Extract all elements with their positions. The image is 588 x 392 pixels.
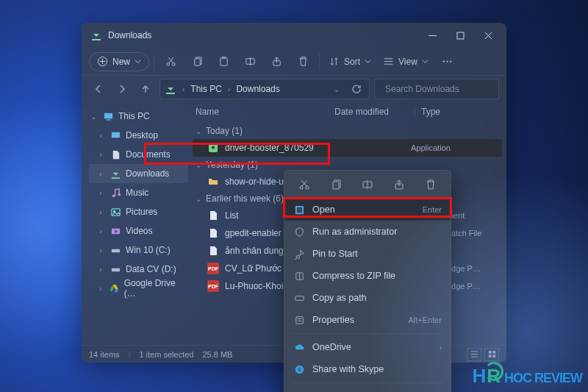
sort-button[interactable]: Sort bbox=[324, 51, 376, 73]
sidebar-item-documents[interactable]: ›Documents bbox=[89, 145, 188, 164]
chevron-right-icon: › bbox=[226, 85, 232, 93]
sidebar-item-label: Documents bbox=[126, 149, 171, 160]
menu-item-share-skype[interactable]: S Share with Skype bbox=[284, 358, 451, 380]
menu-item-label: Compress to ZIP file bbox=[312, 271, 442, 281]
new-button[interactable]: New bbox=[89, 52, 149, 71]
copy-button[interactable] bbox=[185, 51, 209, 73]
rename-button[interactable] bbox=[238, 51, 262, 73]
search-input[interactable] bbox=[385, 84, 495, 94]
chevron-right-icon[interactable]: › bbox=[96, 189, 105, 197]
chevron-right-icon[interactable]: › bbox=[96, 170, 105, 178]
status-selected: 1 item selected bbox=[139, 350, 193, 359]
chevron-right-icon[interactable]: › bbox=[96, 132, 105, 140]
watermark-text: HOC REVIEW bbox=[504, 371, 582, 386]
column-type[interactable]: Type bbox=[415, 107, 499, 117]
up-button[interactable] bbox=[136, 79, 155, 99]
forward-button[interactable] bbox=[112, 79, 132, 99]
watermark: H R HOC REVIEW bbox=[472, 365, 582, 388]
svg-point-30 bbox=[306, 186, 309, 189]
svg-rect-31 bbox=[333, 182, 339, 189]
svg-rect-23 bbox=[111, 268, 119, 271]
column-name[interactable]: Name bbox=[196, 107, 328, 117]
file-group[interactable]: ⌄Today (1) bbox=[193, 123, 502, 139]
group-label: Earlier this week (6) bbox=[206, 193, 284, 204]
menu-item-accel: Enter bbox=[423, 205, 442, 214]
pdf-icon: PDF bbox=[207, 263, 219, 274]
sidebar-item-downloads[interactable]: ›Downloads bbox=[89, 164, 188, 183]
copy-button[interactable] bbox=[325, 174, 347, 196]
menu-item-open[interactable]: Open Enter bbox=[284, 199, 451, 221]
chevron-down-icon[interactable]: ⌄ bbox=[89, 113, 98, 121]
share-button[interactable] bbox=[388, 174, 410, 196]
svg-rect-26 bbox=[492, 351, 495, 354]
menu-item-run-as-admin[interactable]: Run as administrator bbox=[284, 221, 451, 243]
svg-rect-22 bbox=[111, 249, 119, 252]
delete-button[interactable] bbox=[291, 51, 315, 73]
chevron-right-icon[interactable]: › bbox=[96, 208, 105, 216]
column-headers[interactable]: Name Date modified Type bbox=[188, 102, 506, 121]
watermark-h: H bbox=[472, 365, 485, 388]
chevron-right-icon[interactable]: › bbox=[96, 151, 105, 159]
chevron-right-icon[interactable]: › bbox=[96, 285, 104, 293]
svg-rect-38 bbox=[295, 316, 302, 323]
pin-icon bbox=[293, 248, 305, 260]
svg-rect-35 bbox=[296, 207, 302, 213]
new-label: New bbox=[112, 57, 130, 67]
breadcrumb-seg[interactable]: This PC bbox=[190, 84, 222, 94]
menu-item-pin-to-start[interactable]: Pin to Start bbox=[284, 243, 451, 265]
sidebar-item-google-drive[interactable]: ›Google Drive (… bbox=[89, 279, 188, 298]
group-label: Today (1) bbox=[206, 126, 243, 136]
address-bar[interactable]: › This PC › Downloads ⌄ bbox=[159, 79, 370, 99]
svg-point-11 bbox=[447, 60, 448, 62]
svg-point-3 bbox=[166, 63, 169, 65]
menu-item-show-more[interactable]: Show more options bbox=[284, 385, 451, 392]
close-button[interactable] bbox=[474, 24, 502, 46]
menu-item-properties[interactable]: Properties Alt+Enter bbox=[284, 309, 451, 331]
sidebar-item-label: Data CV (D:) bbox=[126, 264, 176, 274]
sidebar-item-videos[interactable]: ›Videos bbox=[89, 221, 188, 240]
back-button[interactable] bbox=[89, 79, 108, 99]
zip-icon bbox=[293, 270, 305, 282]
refresh-button[interactable] bbox=[348, 81, 365, 97]
more-button[interactable] bbox=[436, 51, 459, 73]
details-view-button[interactable] bbox=[467, 348, 481, 361]
menu-item-copy-as-path[interactable]: Copy as path bbox=[284, 287, 451, 309]
svg-rect-16 bbox=[111, 132, 119, 138]
thumbnails-view-button[interactable] bbox=[484, 348, 499, 361]
file-row[interactable]: driver-booster_870529 Application bbox=[193, 139, 502, 157]
cut-button[interactable] bbox=[293, 174, 315, 196]
menu-item-onedrive[interactable]: OneDrive › bbox=[284, 336, 451, 358]
chevron-down-icon[interactable]: ⌄ bbox=[196, 195, 201, 203]
menu-item-label: OneDrive bbox=[312, 342, 432, 352]
sidebar-item-desktop[interactable]: ›Desktop bbox=[89, 126, 188, 145]
chevron-down-icon[interactable]: ⌄ bbox=[332, 85, 341, 93]
minimize-button[interactable] bbox=[418, 24, 446, 46]
downloads-icon bbox=[110, 168, 121, 179]
sidebar-item-drive-d[interactable]: ›Data CV (D:) bbox=[89, 260, 188, 279]
delete-button[interactable] bbox=[420, 174, 442, 196]
sidebar-item-pictures[interactable]: ›Pictures bbox=[89, 202, 188, 221]
chevron-right-icon[interactable]: › bbox=[96, 227, 105, 235]
share-button[interactable] bbox=[265, 51, 288, 73]
breadcrumb-seg[interactable]: Downloads bbox=[236, 84, 279, 94]
sidebar-item-label: Downloads bbox=[126, 168, 169, 179]
chevron-right-icon[interactable]: › bbox=[96, 246, 105, 254]
menu-item-compress-zip[interactable]: Compress to ZIP file bbox=[284, 265, 451, 287]
sidebar: ⌄ This PC ›Desktop ›Documents ›Downloads… bbox=[82, 102, 188, 345]
document-icon bbox=[207, 245, 219, 257]
file-row[interactable]: PDFLu-Phuoc-Khoi-TopCV…Microsoft Edge P… bbox=[193, 277, 502, 295]
sidebar-item-music[interactable]: ›Music bbox=[89, 183, 188, 202]
column-date[interactable]: Date modified bbox=[328, 107, 415, 117]
rename-button[interactable] bbox=[356, 174, 379, 196]
maximize-button[interactable] bbox=[446, 24, 474, 46]
sidebar-item-drive-c[interactable]: ›Win 10 (C:) bbox=[89, 240, 188, 260]
open-icon bbox=[293, 204, 305, 215]
view-button[interactable]: View bbox=[379, 51, 433, 73]
sidebar-item-this-pc[interactable]: ⌄ This PC bbox=[82, 107, 188, 126]
search-box[interactable] bbox=[374, 79, 499, 99]
paste-button[interactable] bbox=[212, 51, 235, 73]
chevron-down-icon[interactable]: ⌄ bbox=[196, 161, 201, 169]
chevron-down-icon[interactable]: ⌄ bbox=[196, 127, 201, 135]
cut-button[interactable] bbox=[159, 51, 182, 73]
chevron-right-icon[interactable]: › bbox=[96, 266, 105, 274]
